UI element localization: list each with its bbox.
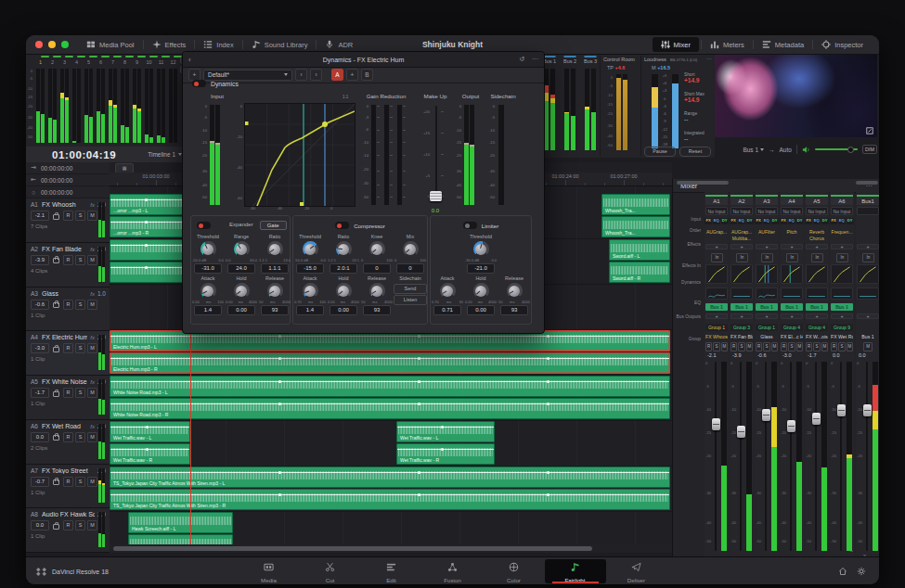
mixer-s-button[interactable]: S [838, 342, 845, 352]
mixer-eq-thumbnail[interactable] [705, 288, 728, 300]
track-header-a4[interactable]: A4FX Electric Humfx2.0-3.0RSM1 Clip [26, 331, 110, 376]
mixer-effect-name[interactable]: AUGrap... [730, 229, 753, 236]
mixer-r-button[interactable]: R [756, 342, 762, 352]
automation-point[interactable] [145, 266, 148, 269]
automation-point[interactable] [278, 335, 281, 338]
automation-point[interactable] [441, 448, 444, 451]
transfer-curve-graph[interactable] [244, 103, 356, 207]
mixer-channel-tab[interactable]: A5 [806, 195, 828, 205]
mixer-s-button[interactable]: S [763, 342, 769, 352]
knob[interactable] [336, 283, 352, 299]
track-header-a2[interactable]: A2FX Fan Bladefx2.0-3.9RSM4 Clips [26, 243, 110, 288]
knob-value[interactable]: 93 [363, 305, 391, 315]
track-header-a6[interactable]: A6FX Wet Roadfx2.00.0RSM2 Clips [26, 420, 110, 465]
track-s-button[interactable]: S [75, 388, 85, 398]
sidechain-listen-button[interactable]: Listen [394, 295, 427, 305]
knob-value[interactable]: 0 [396, 263, 424, 274]
mixer-dynamics-thumbnail[interactable] [806, 264, 828, 284]
knob-value[interactable]: 0 [363, 263, 391, 274]
mixer-m-button[interactable]: M [847, 342, 853, 352]
preset-dropdown[interactable]: Default* [203, 70, 292, 81]
mixer-r-button[interactable]: R [781, 342, 787, 352]
preset-prev-button[interactable]: ‹ [295, 69, 307, 81]
lock-icon[interactable] [53, 347, 59, 352]
lock-icon[interactable] [53, 214, 59, 220]
scrollbar-thumb[interactable] [113, 546, 592, 551]
mixer-m-button[interactable]: M [796, 342, 803, 352]
expander-tab[interactable]: Expander [223, 221, 260, 230]
mixer-bus-output-chip[interactable]: Bus 1 [806, 303, 828, 311]
mixer-m-button[interactable]: M [721, 342, 728, 352]
audio-clip[interactable]: Electric Hum.mp3 - R [110, 352, 670, 374]
mixer-effect-name[interactable]: Pitch [781, 229, 803, 236]
knob-value[interactable]: 2.0:1 [330, 263, 357, 274]
mixer-group-chip[interactable]: Group 1 [756, 324, 778, 331]
mixer-strip-bus1[interactable]: Bus1+In+Bus 1M0.00-5-10-15-20-30-40-50 [856, 192, 879, 556]
page-tab-color[interactable]: Color [484, 559, 545, 583]
back-icon[interactable]: ‹ [188, 56, 191, 64]
mixer-input-selector[interactable]: No Input [806, 207, 828, 215]
knob[interactable] [473, 241, 489, 257]
knob-value[interactable]: 1.4 [296, 305, 324, 315]
mixer-eq-thumbnail[interactable] [756, 288, 778, 300]
mixer-dynamics-thumbnail[interactable] [831, 264, 853, 284]
page-tab-media[interactable]: Media [239, 559, 300, 583]
mixer-effect-name[interactable]: Frequen... [831, 229, 853, 236]
knob[interactable] [369, 283, 385, 299]
order-fx-chip[interactable]: FX [830, 218, 836, 224]
audio-clip[interactable]: Hawk Screech.aiff - L [128, 512, 233, 533]
mixer-eq-thumbnail[interactable] [806, 288, 828, 300]
audio-clip[interactable]: White Noise Road.mp3 - L [110, 376, 670, 397]
mixer-add-effect-button[interactable]: + [756, 244, 778, 249]
monitor-bus-selector[interactable]: Bus 1 [743, 147, 764, 153]
mixer-eq-thumbnail[interactable] [781, 288, 803, 300]
knob-value[interactable]: -15.0 [296, 263, 324, 274]
mixer-input-selector[interactable]: No Input [756, 207, 778, 215]
audio-clip[interactable] [110, 239, 187, 261]
automation-point[interactable] [441, 426, 444, 428]
track-r-button[interactable]: R [63, 477, 73, 487]
audio-clip[interactable]: Whoosh_Tra... [601, 216, 670, 237]
mixer-input-selector[interactable]: No Input [831, 207, 853, 215]
ab-add-button[interactable]: + [346, 69, 358, 81]
lock-icon[interactable] [53, 524, 59, 530]
duration-icon[interactable]: ○ [26, 189, 41, 196]
track-m-button[interactable]: M [87, 211, 97, 221]
order-fx-chip[interactable]: FX [705, 218, 711, 224]
audio-clip[interactable]: ...orror ...mp3 - R [110, 216, 187, 237]
fader-handle[interactable] [837, 404, 846, 416]
home-icon[interactable] [838, 567, 847, 576]
mixer-eq-thumbnail[interactable] [831, 288, 853, 300]
knob-value[interactable]: 0.00 [227, 305, 255, 315]
order-fx-chip[interactable]: FX [755, 218, 761, 224]
mixer-effect-name[interactable]: Chorus [806, 236, 828, 242]
mixer-hscroll-thumb[interactable] [856, 181, 878, 185]
mixer-m-button[interactable]: M [863, 342, 873, 352]
mixer-strip-a2[interactable]: A2No InputFXEQDYAUGrap...Multiba...+InBu… [730, 192, 754, 556]
mixer-dynamics-thumbnail[interactable] [730, 264, 753, 284]
mixer-channel-tab[interactable]: A3 [756, 195, 778, 205]
order-eq-chip[interactable]: EQ [813, 218, 821, 224]
lock-icon[interactable] [53, 391, 59, 397]
dynamics-titlebar[interactable]: ‹Dynamics - FX Electric Hum↺··· [183, 52, 544, 68]
knob-value[interactable]: 0.00 [467, 305, 495, 315]
knob-value[interactable]: -31.0 [194, 263, 222, 274]
mixer-add-effect-button[interactable]: + [781, 244, 803, 249]
mixer-bus-output-chip[interactable]: Bus 1 [831, 303, 853, 311]
mixer-group-chip[interactable]: Group 4 [806, 324, 828, 331]
mixer-channel-tab[interactable]: A1 [705, 195, 728, 205]
automation-point[interactable] [278, 403, 281, 405]
knob[interactable] [507, 283, 523, 299]
track-m-button[interactable]: M [87, 477, 97, 487]
audio-clip[interactable]: Wet Traffic.wav - R [110, 443, 190, 465]
automation-point[interactable] [278, 493, 281, 496]
knob-value[interactable]: -21.0 [467, 263, 495, 274]
mixer-add-bus-button[interactable]: + [857, 313, 879, 319]
audio-clip[interactable]: Whoosh_Tra... [601, 194, 670, 215]
knob-value[interactable]: 1.4 [194, 305, 222, 315]
mixer-effects-in-button[interactable]: In [711, 253, 723, 262]
audio-clip[interactable]: ...orror ...mp3 - L [110, 194, 187, 215]
mixer-channel-tab[interactable]: A2 [730, 195, 753, 205]
toolbar-meters-button[interactable]: Meters [702, 35, 753, 54]
mixer-dynamics-thumbnail[interactable] [705, 264, 728, 284]
